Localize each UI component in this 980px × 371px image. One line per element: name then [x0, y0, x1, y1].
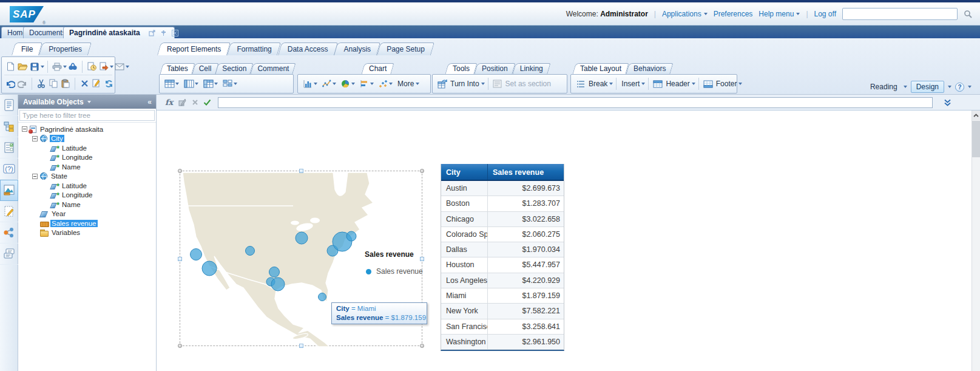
scrollbar-thumb[interactable]: [972, 121, 980, 157]
table-row[interactable]: Miami$1.879.159: [441, 288, 564, 304]
table-cell-revenue[interactable]: $1.879.159: [488, 288, 564, 303]
selection-handle-ne[interactable]: [420, 169, 424, 173]
table-cell-city[interactable]: Colorado Spr: [441, 227, 488, 242]
export-icon[interactable]: [98, 61, 110, 73]
tab-analysis[interactable]: Analysis: [336, 43, 379, 55]
tree-item-latitude[interactable]: Latitude: [18, 181, 156, 191]
turn-into-dropdown-icon[interactable]: [481, 83, 485, 87]
turn-into-button[interactable]: Turn Into: [450, 80, 479, 88]
table-row[interactable]: New York$7.582.221: [441, 304, 564, 319]
subtab-linking[interactable]: Linking: [514, 63, 549, 74]
bubble-dallas[interactable]: [269, 267, 280, 277]
table-row[interactable]: Dallas$1.970.034: [441, 242, 564, 257]
print-icon[interactable]: [51, 61, 63, 73]
bubble-houston[interactable]: [271, 277, 285, 291]
table-row[interactable]: Austin$2.699.673: [441, 181, 564, 196]
pin-icon[interactable]: [160, 30, 167, 36]
hbar-chart-dropdown-icon[interactable]: [370, 83, 374, 87]
header-button[interactable]: Header: [666, 80, 689, 88]
tree-expander-icon[interactable]: [22, 126, 27, 132]
tab-page-setup[interactable]: Page Setup: [379, 43, 433, 55]
insert-button[interactable]: Insert: [621, 80, 640, 88]
subtab-cell[interactable]: Cell: [194, 63, 217, 74]
save-dropdown-icon[interactable]: [41, 66, 44, 70]
tree-expander-icon[interactable]: [32, 136, 38, 141]
legend-item[interactable]: Sales revenue: [366, 267, 423, 276]
tree-item-variables[interactable]: Variables: [18, 228, 156, 238]
table-cell-revenue[interactable]: $5.447.957: [488, 257, 564, 272]
insert-vertical-table-icon[interactable]: [163, 78, 175, 90]
table-cell-revenue[interactable]: $1.283.707: [488, 196, 564, 211]
bubble-colorado-springs[interactable]: [246, 247, 255, 256]
table-cell-revenue[interactable]: $2.060.275: [488, 227, 564, 242]
insert-horizontal-table-icon[interactable]: [183, 78, 195, 90]
selection-handle-w[interactable]: [178, 257, 182, 261]
table-row[interactable]: Chicago$3.022.658: [441, 212, 564, 227]
form-dropdown-icon[interactable]: [234, 83, 237, 87]
undo-icon[interactable]: [4, 78, 16, 90]
selection-handle-s[interactable]: [299, 344, 303, 348]
prompts-panel-button[interactable]: (?): [0, 158, 18, 180]
table-header-city[interactable]: City: [441, 164, 488, 180]
tab-formatting[interactable]: Formatting: [229, 43, 279, 55]
table-cell-city[interactable]: Washington: [441, 335, 488, 349]
table-cell-city[interactable]: Dallas: [441, 242, 488, 257]
footer-dropdown-icon[interactable]: [738, 83, 742, 87]
scroll-up-icon[interactable]: [972, 111, 980, 120]
table-cell-city[interactable]: Boston: [441, 196, 488, 211]
validate-formula-icon[interactable]: [201, 97, 213, 109]
line-chart-dropdown-icon[interactable]: [333, 83, 336, 87]
report-table[interactable]: City Sales revenue Austin$2.699.673Bosto…: [441, 164, 564, 351]
global-search-input[interactable]: [842, 8, 958, 20]
expand-formula-bar-icon[interactable]: [941, 97, 953, 109]
find-icon[interactable]: [67, 61, 79, 73]
table-cell-revenue[interactable]: $7.582.221: [488, 304, 564, 318]
tab-properties[interactable]: Properties: [41, 43, 90, 55]
selection-handle-se[interactable]: [420, 344, 424, 348]
table-row[interactable]: Colorado Spr$2.060.275: [441, 227, 564, 242]
tree-item-name[interactable]: Name: [18, 200, 156, 209]
tree-item-city[interactable]: City: [18, 134, 156, 144]
reading-dropdown-icon[interactable]: [904, 86, 907, 90]
table-cell-city[interactable]: Los Angeles: [441, 273, 488, 288]
tab-data-access[interactable]: Data Access: [280, 43, 336, 55]
navigation-map-panel-button[interactable]: [0, 116, 18, 137]
popout-icon[interactable]: [149, 30, 155, 36]
line-chart-icon[interactable]: [320, 78, 333, 90]
vertical-scrollbar[interactable]: [972, 111, 980, 371]
open-document-icon[interactable]: [16, 61, 29, 73]
preferences-link[interactable]: Preferences: [714, 10, 753, 18]
break-dropdown-icon[interactable]: [609, 83, 613, 87]
save-icon[interactable]: [29, 61, 41, 73]
subtab-comment[interactable]: Comment: [252, 63, 294, 74]
selection-handle-n[interactable]: [299, 169, 303, 173]
input-controls-panel-button[interactable]: [0, 137, 18, 158]
insert-dropdown-icon[interactable]: [641, 83, 645, 87]
table-cell-city[interactable]: San Francisc: [441, 319, 488, 334]
table-cell-revenue[interactable]: $3.022.658: [488, 212, 564, 226]
break-button[interactable]: Break: [589, 80, 607, 88]
search-icon[interactable]: [964, 10, 973, 19]
bubble-miami[interactable]: [319, 293, 326, 301]
document-structure-panel-button[interactable]: [0, 201, 18, 222]
bubble-los-angeles[interactable]: [202, 261, 217, 276]
table-cell-city[interactable]: Miami: [441, 288, 488, 303]
collapse-panel-icon[interactable]: «: [147, 98, 151, 106]
subtab-tools[interactable]: Tools: [447, 63, 476, 74]
header-icon[interactable]: [652, 78, 664, 90]
table-cell-city[interactable]: Chicago: [441, 212, 488, 226]
tree-item-name[interactable]: Name: [18, 162, 156, 172]
tree-item-longitude[interactable]: Longitude: [18, 191, 156, 200]
table-header-sales-revenue[interactable]: Sales revenue: [488, 164, 564, 180]
horizontal-table-dropdown-icon[interactable]: [195, 83, 198, 87]
more-charts-button[interactable]: More: [397, 80, 414, 88]
scatter-chart-icon[interactable]: [377, 78, 389, 90]
subtab-position[interactable]: Position: [476, 63, 514, 74]
table-cell-revenue[interactable]: $2.699.673: [488, 181, 564, 196]
panel-title-dropdown-icon[interactable]: [87, 101, 91, 105]
turn-into-icon[interactable]: [436, 78, 448, 90]
table-cell-revenue[interactable]: $2.961.950: [488, 335, 564, 349]
pie-chart-dropdown-icon[interactable]: [351, 83, 355, 87]
filter-tree-input[interactable]: [19, 110, 155, 121]
vertical-table-dropdown-icon[interactable]: [175, 83, 179, 87]
